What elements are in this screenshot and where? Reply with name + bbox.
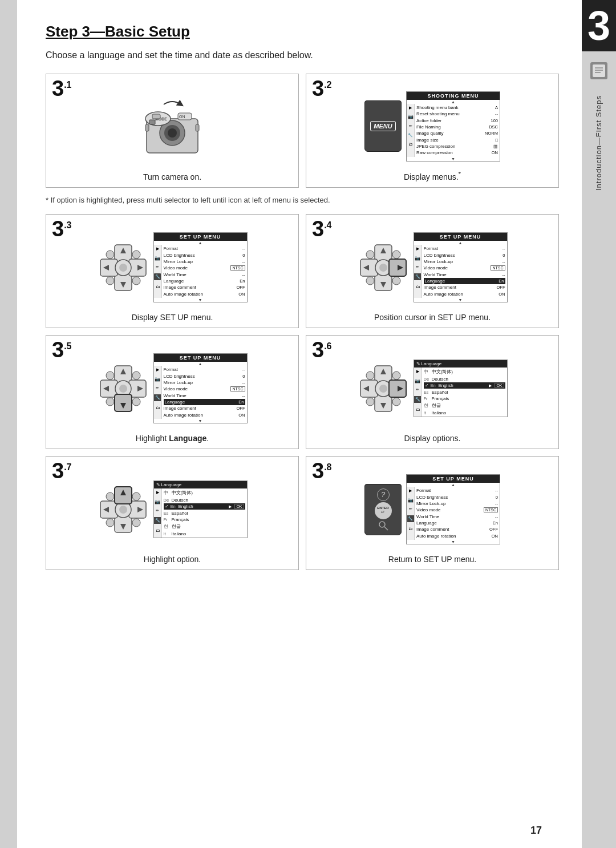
tab-label: Introduction—First Steps — [594, 95, 604, 191]
step-3-3-number: 3.3 — [52, 218, 71, 240]
setup-menu-3-8: SET UP MENU ▲ ▶ 📷 ✏ 🔧 🗂 Format-- LCD br — [406, 474, 500, 544]
svg-rect-93 — [593, 64, 605, 77]
menu-row-2: Active folder100 — [416, 117, 498, 123]
step-3-4-number: 3.4 — [312, 218, 331, 240]
step-3-1-content: MODE ON — [52, 86, 293, 169]
step-3-3-box: 3.3 — [46, 214, 299, 328]
menu-row-5: Image size□ — [416, 137, 498, 143]
svg-point-67 — [379, 385, 387, 393]
svg-rect-8 — [149, 120, 155, 124]
step-3-3-content: SET UP MENU ▲ ▶ 📷 ✏ 🔧 🗂 Format-- LCD br — [52, 226, 293, 309]
step-3-5-number: 3.5 — [52, 339, 71, 361]
tab-icon-area — [588, 60, 610, 84]
question-mark: ? — [377, 488, 390, 501]
svg-point-24 — [106, 277, 114, 285]
svg-rect-11 — [196, 124, 199, 131]
page-number: 17 — [530, 825, 542, 837]
menu-button-label: MENU — [370, 121, 395, 131]
step-3-7-number: 3.7 — [52, 460, 71, 482]
menu-body: ▶ 📷 ✏ 🔧 🗂 Shooting menu bankA Reset shoo… — [407, 104, 500, 157]
tab-book-icon — [588, 60, 610, 82]
svg-point-38 — [366, 277, 374, 285]
svg-point-70 — [366, 398, 374, 406]
menu-row-7: Raw compressionON — [416, 150, 498, 156]
menu-row-6: JPEG compression▥ — [416, 143, 498, 150]
svg-point-22 — [106, 251, 114, 259]
svg-point-83 — [119, 506, 127, 514]
step-3-2-caption: Display menus.* — [404, 170, 461, 184]
svg-point-87 — [132, 519, 140, 527]
svg-point-86 — [106, 519, 114, 527]
dpad-3-5 — [98, 363, 149, 414]
step-3-1-box: 3.1 MODE ON — [46, 74, 299, 188]
camera-enter-body: ? ENTER ↵ — [364, 484, 402, 535]
svg-point-52 — [106, 371, 114, 379]
menu-icon-2: 📷 — [408, 114, 414, 120]
camera-dial-svg: MODE ON — [135, 96, 209, 159]
steps-row-2: 3.3 — [46, 214, 559, 328]
svg-point-84 — [106, 492, 114, 500]
svg-point-68 — [366, 371, 374, 379]
title-text: Step 3—Basic Setup — [46, 23, 190, 40]
menu-row-4: Image qualityNORM — [416, 130, 498, 136]
menu-icon-4: 🔧 — [408, 132, 414, 138]
svg-point-21 — [119, 264, 127, 272]
step-3-2-box: 3.2 MENU SHOOTING MENU ▲ ▶ 📷 ✏ 🔧 — [306, 74, 559, 188]
step-3-7-content: ✎Language ▶ 📷 ✏ 🔧 🗂 中 中文(简体) De Deutsc — [52, 468, 293, 551]
svg-point-53 — [132, 371, 140, 379]
lang-menu-3-7: ✎Language ▶ 📷 ✏ 🔧 🗂 中 中文(简体) De Deutsc — [153, 480, 248, 538]
svg-point-35 — [379, 264, 387, 272]
svg-point-37 — [392, 251, 400, 259]
lang-menu-3-6-header: ✎Language — [414, 360, 507, 368]
step-3-4-caption: Position cursor in SET UP menu. — [374, 313, 491, 324]
lang-menu-3-6: ✎Language ▶ 📷 ✏ 🔧 🗂 中 中文(简体) De Deutsc — [414, 360, 508, 417]
step-3-8-number: 3.8 — [312, 460, 331, 482]
step-3-1-caption: Turn camera on. — [143, 172, 201, 184]
menu-arrow-bottom: ▼ — [407, 157, 500, 161]
page-content: Step 3—Basic Setup Choose a language and… — [17, 0, 582, 848]
steps-row-3: 3.5 — [46, 335, 559, 449]
step-3-2-content: MENU SHOOTING MENU ▲ ▶ 📷 ✏ 🔧 🗂 — [312, 86, 553, 167]
step-3-7-caption: Highlight option. — [144, 555, 201, 566]
dpad-3-7 — [98, 484, 149, 535]
right-tab: 3 Introduction—First Steps — [582, 0, 616, 848]
svg-point-23 — [132, 251, 140, 259]
shooting-menu-header: SHOOTING MENU — [407, 92, 500, 100]
svg-point-71 — [392, 398, 400, 406]
step-3-5-caption: Highlight Language. — [136, 434, 209, 445]
svg-point-54 — [106, 398, 114, 406]
step-3-5-content: SET UP MENU ▲ ▶ 📷 ✏ 🔧 🗂 Format-- LCD br — [52, 347, 293, 430]
steps-row-4: 3.7 — [46, 456, 559, 570]
subtitle: Choose a language and set the time and d… — [46, 49, 559, 62]
svg-point-39 — [392, 277, 400, 285]
step-3-4-box: 3.4 — [306, 214, 559, 328]
step-3-4-content: SET UP MENU ▲ ▶ 📷 ✏ 🔧 🗂 Format-- LCD br — [312, 226, 553, 309]
menu-row-1: Reset shooting menu-- — [416, 111, 498, 117]
svg-point-36 — [366, 251, 374, 259]
step-3-8-content: ? ENTER ↵ SET UP MENU ▲ ▶ — [312, 468, 553, 551]
shooting-menu: SHOOTING MENU ▲ ▶ 📷 ✏ 🔧 🗂 Shooting menu … — [406, 91, 500, 161]
setup-menu-3-4: SET UP MENU ▲ ▶ 📷 ✏ 🔧 🗂 Format-- LCD br — [414, 232, 508, 302]
dpad-3-4 — [358, 242, 409, 293]
step-3-8-box: 3.8 ? ENTER ↵ SET UP MENU ▲ — [306, 456, 559, 570]
menu-arrow-top: ▲ — [407, 100, 500, 104]
svg-point-3 — [168, 128, 177, 138]
svg-rect-9 — [152, 114, 160, 119]
svg-point-25 — [132, 277, 140, 285]
tab-number: 3 — [582, 0, 616, 51]
svg-text:ON: ON — [179, 115, 185, 119]
svg-point-51 — [119, 385, 127, 393]
menu-icon-1: ▶ — [408, 105, 414, 111]
svg-line-91 — [384, 527, 388, 530]
enter-button: ENTER ↵ — [375, 502, 392, 519]
menu-icon-3: ✏ — [408, 123, 414, 129]
setup-menu-3-3: SET UP MENU ▲ ▶ 📷 ✏ 🔧 🗂 Format-- LCD br — [153, 232, 248, 302]
svg-point-55 — [132, 398, 140, 406]
step-title: Step 3—Basic Setup — [46, 23, 559, 41]
svg-rect-10 — [145, 124, 149, 131]
svg-point-85 — [132, 492, 140, 500]
svg-point-90 — [379, 522, 385, 527]
step-3-7-box: 3.7 — [46, 456, 299, 570]
setup-menu-3-3-header: SET UP MENU — [154, 233, 247, 241]
footnote: * If option is highlighted, press multi … — [46, 195, 559, 206]
